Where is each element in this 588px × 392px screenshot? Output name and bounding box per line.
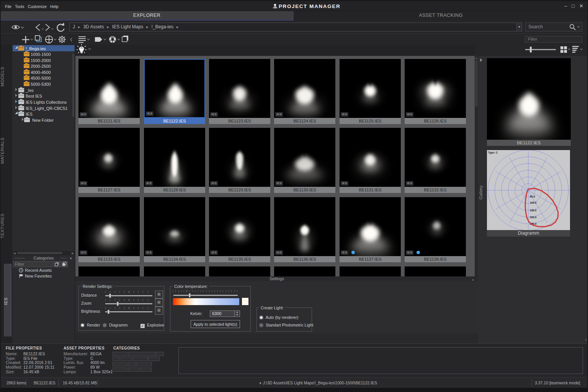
svg-text:200.0: 200.0 xyxy=(530,216,537,219)
svg-text:100.0: 100.0 xyxy=(530,201,537,204)
svg-text:150.0: 150.0 xyxy=(530,209,537,212)
svg-text:50.0: 50.0 xyxy=(530,195,535,198)
svg-text:Type: C: Type: C xyxy=(488,151,498,154)
